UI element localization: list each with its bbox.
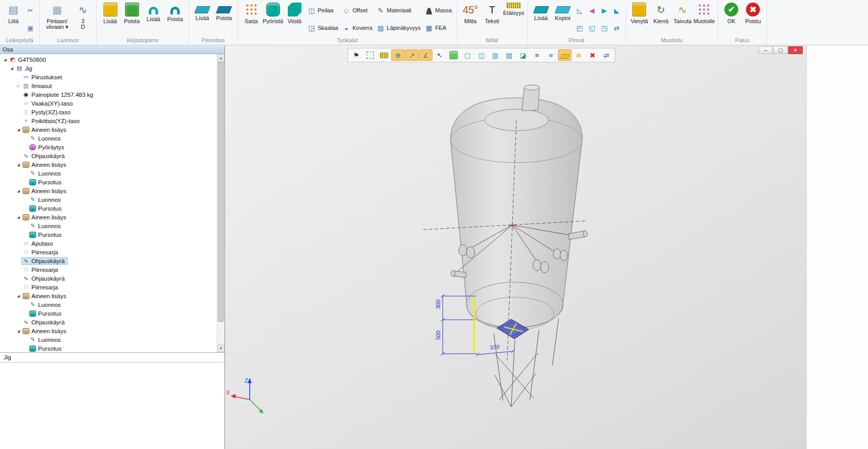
- feature-tree[interactable]: ◢◩G4T50600◢▤Jig▭Piirustukset▷▥Ilmiasut◉P…: [0, 54, 217, 352]
- expander-expanded-icon[interactable]: ◢: [15, 215, 22, 219]
- pin-button[interactable]: ⚑: [350, 49, 363, 61]
- offset-button[interactable]: ◇Offset: [341, 2, 374, 19]
- select-button[interactable]: ↖: [433, 49, 446, 61]
- tree-item[interactable]: ◢Aineen lisäys: [0, 291, 217, 300]
- tree-item[interactable]: ∿Ohjauskäyrä: [0, 151, 217, 160]
- cut-button[interactable]: ✂: [25, 2, 36, 19]
- tree-item[interactable]: ◢Aineen lisäys: [0, 213, 217, 221]
- tree-item[interactable]: ◢Aineen lisäys: [0, 125, 217, 134]
- surface-add-button[interactable]: Lisää: [531, 2, 551, 22]
- fillet-button[interactable]: Pyöristä: [263, 2, 283, 25]
- library-remove-button[interactable]: Poista: [121, 2, 142, 25]
- snap-move-button[interactable]: ↗: [405, 49, 419, 61]
- snap-center-button[interactable]: ⊕: [391, 49, 405, 61]
- scrollbar-thumb[interactable]: [218, 62, 224, 322]
- tree-item[interactable]: ✎Luonnos: [0, 221, 217, 230]
- 3d-scene[interactable]: 300 500 370 Z X: [225, 45, 806, 449]
- tree-item[interactable]: ∿Ohjauskäyrä: [0, 318, 217, 326]
- text-button[interactable]: TTeksti: [482, 2, 502, 25]
- tree-item[interactable]: ◉Painopiste 1257.483 kg: [0, 90, 217, 99]
- hidden-line-view-button[interactable]: ◫: [475, 49, 488, 61]
- tree-scrollbar[interactable]: ▲ ▼: [217, 54, 224, 352]
- section-view-button[interactable]: ◪: [516, 49, 530, 61]
- tree-item[interactable]: ◢Aineen lisäys: [0, 326, 217, 335]
- close-button[interactable]: ×: [788, 46, 803, 54]
- tree-item[interactable]: ∷Piirresarja: [0, 248, 217, 256]
- shell-button[interactable]: ◒Koverra: [341, 19, 374, 37]
- mass-button[interactable]: Massa: [423, 2, 453, 19]
- expander-expanded-icon[interactable]: ◢: [15, 128, 22, 132]
- surface-extend-button[interactable]: ◣: [611, 2, 622, 19]
- expander-expanded-icon[interactable]: ◢: [15, 189, 22, 193]
- feature-remove-button[interactable]: Poista: [165, 2, 185, 23]
- scroll-up-button[interactable]: ▲: [217, 54, 224, 62]
- surface-copy-button[interactable]: Kopioi: [552, 2, 573, 22]
- series-button[interactable]: Sarja: [241, 2, 262, 25]
- tree-item[interactable]: ▭Piirustukset: [0, 73, 217, 81]
- surface-mode-button[interactable]: [558, 49, 571, 61]
- scrollbar-track[interactable]: [217, 62, 224, 344]
- flat-view-button[interactable]: ▥: [489, 49, 502, 61]
- twist-button[interactable]: ↻Kierrä: [651, 2, 671, 25]
- deform-button[interactable]: Muotoile: [694, 2, 715, 25]
- tree-item[interactable]: ◢Aineen lisäys: [0, 160, 217, 169]
- paste-button[interactable]: ▤Liitä: [3, 2, 24, 25]
- expander-collapsed-icon[interactable]: ▷: [15, 84, 22, 88]
- snap-angle-button[interactable]: ∠: [419, 49, 432, 61]
- tree-item[interactable]: ✎Luonnos: [0, 300, 217, 309]
- surface-swap-button[interactable]: ▶: [599, 2, 610, 19]
- tree-item[interactable]: ◢▤Jig: [0, 64, 217, 73]
- 3d-viewport[interactable]: 300 500 370 Z X ⚑⊕↗∠↖▢◫▥▧◪≡≡≋✖⇄ –▢×: [225, 45, 806, 449]
- bend-button[interactable]: ∿Taivuta: [672, 2, 693, 25]
- feature-list-button[interactable]: ≡: [530, 49, 544, 61]
- surface-delete-button[interactable]: ◀: [586, 2, 598, 19]
- surface-trim-button[interactable]: ◱: [586, 19, 598, 37]
- transparency-button[interactable]: ▨Läpinäkyvyys: [375, 19, 422, 37]
- tree-item[interactable]: ✎Luonnos: [0, 195, 217, 204]
- tree-item[interactable]: ▷▥Ilmiasut: [0, 81, 217, 90]
- tree-item[interactable]: ◢◩G4T50600: [0, 55, 217, 64]
- surface-pick-button[interactable]: ◺: [574, 2, 585, 19]
- surface-offset-button[interactable]: ◰: [574, 19, 585, 37]
- tree-item[interactable]: Pyöräytys: [0, 143, 217, 151]
- coating-remove-button[interactable]: Poista: [214, 2, 234, 22]
- layer-stack-button[interactable]: ≋: [572, 49, 585, 61]
- expander-expanded-icon[interactable]: ◢: [2, 58, 8, 62]
- tree-item[interactable]: ▱Vaaka(XY)-taso: [0, 99, 217, 108]
- box-view-button[interactable]: ▧: [502, 49, 516, 61]
- layers-button[interactable]: ≡: [544, 49, 558, 61]
- chamfer-button[interactable]: Viistä: [284, 2, 305, 25]
- tree-item[interactable]: ∿Ohjauskäyrä: [0, 256, 217, 265]
- scroll-down-button[interactable]: ▼: [217, 344, 224, 352]
- scale-button[interactable]: ◲Skaalaa: [306, 19, 340, 37]
- material-button[interactable]: ✎Materiaali: [375, 2, 422, 19]
- tree-item[interactable]: Pursotus: [0, 204, 217, 213]
- mirror-button[interactable]: ◫Peilaa: [306, 2, 340, 19]
- fit-view-button[interactable]: [363, 49, 377, 61]
- sketch-on-face-button[interactable]: ▦Pintaan/ viivaan ▾: [43, 2, 72, 31]
- measure-button[interactable]: [377, 49, 391, 61]
- wireframe-view-button[interactable]: ▢: [461, 49, 474, 61]
- transfer-button[interactable]: ⇄: [600, 49, 613, 61]
- feature-add-button[interactable]: Lisää: [143, 2, 164, 23]
- maximize-button[interactable]: ▢: [773, 46, 788, 54]
- delete-button[interactable]: ✖: [586, 49, 599, 61]
- exit-button[interactable]: ✖Poistu: [743, 2, 763, 25]
- surface-knit-button[interactable]: ◳: [599, 19, 610, 37]
- tree-item[interactable]: ▱Aputaso: [0, 239, 217, 248]
- shaded-view-button[interactable]: [447, 49, 460, 61]
- tree-item[interactable]: ✎Luonnos: [0, 134, 217, 143]
- sketch-3d-button[interactable]: ∿3 D: [73, 2, 93, 31]
- tree-item[interactable]: ∷Piirresarja: [0, 265, 217, 274]
- coating-add-button[interactable]: Lisää: [192, 2, 213, 22]
- tree-item[interactable]: ∿Ohjauskäyrä: [0, 274, 217, 283]
- tree-item[interactable]: Pursotus: [0, 309, 217, 318]
- expander-expanded-icon[interactable]: ◢: [15, 163, 22, 167]
- stretch-button[interactable]: Venytä: [629, 2, 650, 25]
- tree-item[interactable]: Pursotus: [0, 230, 217, 239]
- tree-item[interactable]: ✎Luonnos: [0, 169, 217, 178]
- tree-item[interactable]: Pursotus: [0, 178, 217, 186]
- tree-item[interactable]: Pursotus: [0, 344, 217, 352]
- tree-item[interactable]: ◢Aineen lisäys: [0, 186, 217, 195]
- copy-button[interactable]: ▣: [25, 19, 36, 37]
